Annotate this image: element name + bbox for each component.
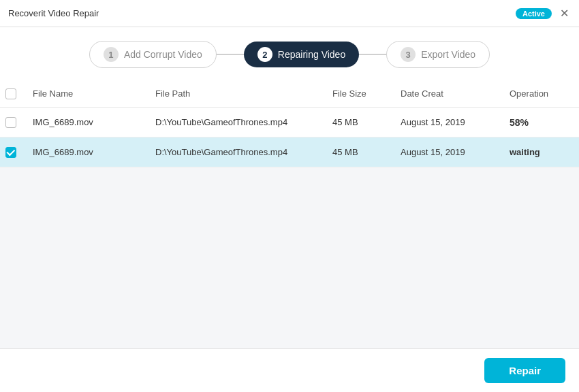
step-3-number: 3 bbox=[401, 47, 416, 62]
row-2-operation: waiting bbox=[510, 147, 579, 157]
col-header-filepath: File Path bbox=[155, 88, 332, 99]
main-content: 1 Add Corrupt Video 2 Repairing Video 3 … bbox=[0, 27, 579, 392]
row-1-operation: 58% bbox=[510, 117, 579, 128]
table-row: IMG_6689.mov D:\YouTube\GameofThrones.mp… bbox=[0, 108, 579, 137]
app-title: Recoverit Video Repair bbox=[8, 8, 99, 18]
step-3-label: Export Video bbox=[421, 49, 475, 60]
row-2-filepath: D:\YouTube\GameofThrones.mp4 bbox=[155, 147, 332, 157]
row-2-filename: IMG_6689.mov bbox=[33, 147, 155, 157]
step-3-bubble[interactable]: 3 Export Video bbox=[386, 41, 490, 68]
stepper: 1 Add Corrupt Video 2 Repairing Video 3 … bbox=[0, 27, 579, 80]
step-2-bubble[interactable]: 2 Repairing Video bbox=[244, 42, 359, 67]
step-2: 2 Repairing Video bbox=[244, 42, 359, 67]
step-connector-1 bbox=[217, 54, 244, 55]
row-1-datecreat: August 15, 2019 bbox=[401, 117, 510, 127]
step-connector-2 bbox=[359, 54, 386, 55]
active-badge: Active bbox=[516, 8, 552, 19]
col-header-checkbox bbox=[5, 88, 33, 99]
row-1-checkbox-cell bbox=[5, 117, 33, 128]
row-1-filename: IMG_6689.mov bbox=[33, 117, 155, 127]
step-1-number: 1 bbox=[104, 47, 119, 62]
step-1-bubble[interactable]: 1 Add Corrupt Video bbox=[89, 41, 217, 68]
table-header: File Name File Path File Size Date Creat… bbox=[0, 80, 579, 108]
col-header-operation: Operation bbox=[510, 88, 579, 99]
table-area: File Name File Path File Size Date Creat… bbox=[0, 80, 579, 348]
table-row: IMG_6689.mov D:\YouTube\GameofThrones.mp… bbox=[0, 137, 579, 167]
row-2-filesize: 45 MB bbox=[332, 147, 401, 157]
step-1: 1 Add Corrupt Video bbox=[89, 41, 217, 68]
close-button[interactable]: ✕ bbox=[557, 7, 571, 20]
step-2-label: Repairing Video bbox=[278, 49, 345, 60]
step-3: 3 Export Video bbox=[386, 41, 490, 68]
select-all-checkbox[interactable] bbox=[5, 88, 16, 99]
row-1-checkbox[interactable] bbox=[5, 117, 16, 128]
step-1-label: Add Corrupt Video bbox=[124, 49, 202, 60]
row-1-filepath: D:\YouTube\GameofThrones.mp4 bbox=[155, 117, 332, 127]
repair-button[interactable]: Repair bbox=[484, 358, 565, 383]
bottom-bar: Repair bbox=[0, 348, 579, 392]
row-2-datecreat: August 15, 2019 bbox=[401, 147, 510, 157]
row-2-checkbox-cell bbox=[5, 147, 33, 158]
title-bar-right: Active ✕ bbox=[516, 7, 571, 20]
title-bar: Recoverit Video Repair Active ✕ bbox=[0, 0, 579, 27]
col-header-datecreat: Date Creat bbox=[401, 88, 510, 99]
col-header-filename: File Name bbox=[33, 88, 155, 99]
step-2-number: 2 bbox=[257, 47, 272, 62]
table-body: IMG_6689.mov D:\YouTube\GameofThrones.mp… bbox=[0, 108, 579, 348]
row-2-checkbox[interactable] bbox=[5, 147, 16, 158]
col-header-filesize: File Size bbox=[332, 88, 401, 99]
row-1-filesize: 45 MB bbox=[332, 117, 401, 127]
